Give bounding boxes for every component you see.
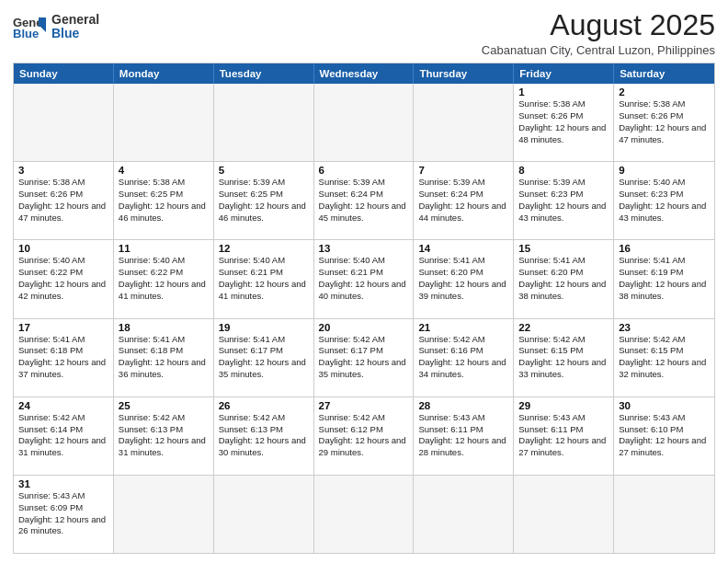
day-info: Sunrise: 5:40 AM Sunset: 6:22 PM Dayligh…	[18, 255, 108, 302]
calendar-cell	[414, 84, 514, 161]
calendar-cell: 20Sunrise: 5:42 AM Sunset: 6:17 PM Dayli…	[314, 319, 415, 396]
calendar-cell: 10Sunrise: 5:40 AM Sunset: 6:22 PM Dayli…	[14, 240, 114, 317]
day-number: 26	[219, 400, 309, 411]
page-header: General Blue General Blue August 2025 Ca…	[13, 9, 715, 57]
day-number: 28	[418, 400, 508, 411]
day-info: Sunrise: 5:42 AM Sunset: 6:13 PM Dayligh…	[119, 412, 209, 459]
calendar-cell	[114, 476, 214, 553]
day-number: 8	[518, 165, 609, 176]
day-info: Sunrise: 5:39 AM Sunset: 6:24 PM Dayligh…	[418, 177, 508, 224]
day-number: 21	[418, 322, 508, 333]
day-info: Sunrise: 5:43 AM Sunset: 6:11 PM Dayligh…	[518, 412, 609, 459]
calendar-cell: 5Sunrise: 5:39 AM Sunset: 6:25 PM Daylig…	[214, 162, 314, 239]
calendar-cell: 28Sunrise: 5:43 AM Sunset: 6:11 PM Dayli…	[414, 397, 514, 475]
day-info: Sunrise: 5:42 AM Sunset: 6:14 PM Dayligh…	[18, 412, 108, 459]
calendar-cell: 29Sunrise: 5:43 AM Sunset: 6:11 PM Dayli…	[514, 397, 614, 475]
svg-text:Blue: Blue	[13, 27, 39, 40]
day-number: 14	[418, 243, 508, 254]
svg-marker-3	[40, 27, 46, 32]
day-number: 20	[319, 322, 409, 333]
day-info: Sunrise: 5:42 AM Sunset: 6:15 PM Dayligh…	[619, 334, 710, 381]
day-number: 16	[619, 243, 710, 254]
logo-blue-text: Blue	[51, 27, 99, 40]
calendar-cell	[414, 476, 514, 553]
day-number: 24	[18, 400, 108, 411]
day-info: Sunrise: 5:42 AM Sunset: 6:17 PM Dayligh…	[319, 334, 409, 381]
calendar-cell: 30Sunrise: 5:43 AM Sunset: 6:10 PM Dayli…	[614, 397, 714, 475]
day-number: 30	[619, 400, 710, 411]
calendar-week-6: 31Sunrise: 5:43 AM Sunset: 6:09 PM Dayli…	[14, 475, 714, 553]
day-number: 4	[119, 165, 209, 176]
day-info: Sunrise: 5:38 AM Sunset: 6:26 PM Dayligh…	[518, 98, 609, 145]
header-day-sunday: Sunday	[14, 63, 114, 84]
day-number: 17	[18, 322, 108, 333]
day-info: Sunrise: 5:43 AM Sunset: 6:10 PM Dayligh…	[619, 412, 710, 459]
calendar-week-1: 1Sunrise: 5:38 AM Sunset: 6:26 PM Daylig…	[14, 84, 714, 161]
calendar-cell: 16Sunrise: 5:41 AM Sunset: 6:19 PM Dayli…	[614, 240, 714, 317]
day-number: 3	[18, 165, 108, 176]
day-number: 7	[418, 165, 508, 176]
logo-general-text: General	[51, 13, 99, 27]
calendar-cell: 17Sunrise: 5:41 AM Sunset: 6:18 PM Dayli…	[14, 319, 114, 396]
calendar-cell: 14Sunrise: 5:41 AM Sunset: 6:20 PM Dayli…	[414, 240, 514, 317]
header-day-saturday: Saturday	[614, 63, 714, 84]
day-number: 15	[518, 243, 609, 254]
header-day-thursday: Thursday	[414, 63, 514, 84]
day-number: 6	[319, 165, 409, 176]
calendar-cell	[314, 476, 415, 553]
header-day-friday: Friday	[514, 63, 614, 84]
calendar-week-2: 3Sunrise: 5:38 AM Sunset: 6:26 PM Daylig…	[14, 161, 714, 239]
header-day-wednesday: Wednesday	[314, 63, 415, 84]
calendar-cell	[614, 476, 714, 553]
day-info: Sunrise: 5:40 AM Sunset: 6:23 PM Dayligh…	[619, 177, 710, 224]
day-number: 29	[518, 400, 609, 411]
day-number: 9	[619, 165, 710, 176]
calendar-cell	[214, 476, 314, 553]
calendar-cell: 1Sunrise: 5:38 AM Sunset: 6:26 PM Daylig…	[514, 84, 614, 161]
day-number: 1	[518, 86, 609, 98]
title-block: August 2025 Cabanatuan City, Central Luz…	[482, 9, 715, 57]
calendar-cell: 21Sunrise: 5:42 AM Sunset: 6:16 PM Dayli…	[414, 319, 514, 396]
day-info: Sunrise: 5:42 AM Sunset: 6:13 PM Dayligh…	[219, 412, 309, 459]
day-info: Sunrise: 5:41 AM Sunset: 6:19 PM Dayligh…	[619, 255, 710, 302]
calendar-cell: 19Sunrise: 5:41 AM Sunset: 6:17 PM Dayli…	[214, 319, 314, 396]
calendar-grid: SundayMondayTuesdayWednesdayThursdayFrid…	[13, 63, 715, 554]
day-info: Sunrise: 5:41 AM Sunset: 6:20 PM Dayligh…	[518, 255, 609, 302]
day-info: Sunrise: 5:41 AM Sunset: 6:18 PM Dayligh…	[18, 334, 108, 381]
calendar-cell	[214, 84, 314, 161]
calendar-cell	[14, 84, 114, 161]
day-info: Sunrise: 5:38 AM Sunset: 6:26 PM Dayligh…	[619, 98, 710, 145]
day-info: Sunrise: 5:39 AM Sunset: 6:23 PM Dayligh…	[518, 177, 609, 224]
day-number: 5	[219, 165, 309, 176]
day-number: 27	[319, 400, 409, 411]
day-info: Sunrise: 5:39 AM Sunset: 6:25 PM Dayligh…	[219, 177, 309, 224]
calendar-week-3: 10Sunrise: 5:40 AM Sunset: 6:22 PM Dayli…	[14, 239, 714, 317]
day-number: 12	[219, 243, 309, 254]
calendar-cell	[314, 84, 415, 161]
calendar-cell: 23Sunrise: 5:42 AM Sunset: 6:15 PM Dayli…	[614, 319, 714, 396]
calendar-cell: 12Sunrise: 5:40 AM Sunset: 6:21 PM Dayli…	[214, 240, 314, 317]
calendar-cell: 2Sunrise: 5:38 AM Sunset: 6:26 PM Daylig…	[614, 84, 714, 161]
calendar-cell: 11Sunrise: 5:40 AM Sunset: 6:22 PM Dayli…	[114, 240, 214, 317]
calendar-page: General Blue General Blue August 2025 Ca…	[0, 0, 728, 563]
calendar-week-4: 17Sunrise: 5:41 AM Sunset: 6:18 PM Dayli…	[14, 318, 714, 396]
day-number: 10	[18, 243, 108, 254]
calendar-cell: 25Sunrise: 5:42 AM Sunset: 6:13 PM Dayli…	[114, 397, 214, 475]
day-info: Sunrise: 5:41 AM Sunset: 6:17 PM Dayligh…	[219, 334, 309, 381]
calendar-cell: 7Sunrise: 5:39 AM Sunset: 6:24 PM Daylig…	[414, 162, 514, 239]
day-info: Sunrise: 5:40 AM Sunset: 6:21 PM Dayligh…	[219, 255, 309, 302]
calendar-cell: 31Sunrise: 5:43 AM Sunset: 6:09 PM Dayli…	[14, 476, 114, 553]
calendar-header-row: SundayMondayTuesdayWednesdayThursdayFrid…	[14, 63, 714, 84]
day-number: 23	[619, 322, 710, 333]
day-number: 25	[119, 400, 209, 411]
calendar-cell: 27Sunrise: 5:42 AM Sunset: 6:12 PM Dayli…	[314, 397, 415, 475]
calendar-cell: 26Sunrise: 5:42 AM Sunset: 6:13 PM Dayli…	[214, 397, 314, 475]
day-number: 19	[219, 322, 309, 333]
day-info: Sunrise: 5:38 AM Sunset: 6:26 PM Dayligh…	[18, 177, 108, 224]
header-day-tuesday: Tuesday	[214, 63, 314, 84]
day-info: Sunrise: 5:42 AM Sunset: 6:15 PM Dayligh…	[518, 334, 609, 381]
header-day-monday: Monday	[114, 63, 214, 84]
calendar-cell: 9Sunrise: 5:40 AM Sunset: 6:23 PM Daylig…	[614, 162, 714, 239]
day-info: Sunrise: 5:40 AM Sunset: 6:22 PM Dayligh…	[119, 255, 209, 302]
calendar-cell: 6Sunrise: 5:39 AM Sunset: 6:24 PM Daylig…	[314, 162, 415, 239]
